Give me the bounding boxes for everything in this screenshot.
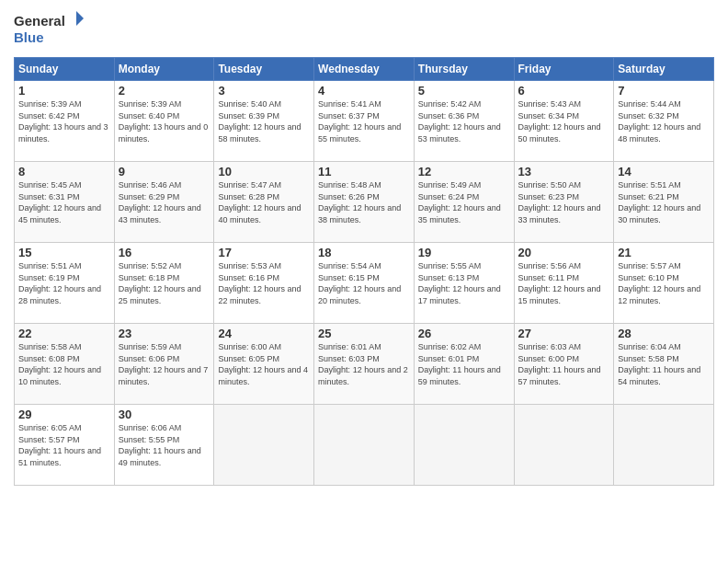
day-info: Sunrise: 6:02 AMSunset: 6:01 PMDaylight:… [418, 341, 510, 387]
day-info: Sunrise: 6:05 AMSunset: 5:57 PMDaylight:… [18, 422, 110, 468]
calendar-cell: 21Sunrise: 5:57 AMSunset: 6:10 PMDayligh… [614, 243, 714, 324]
day-info: Sunrise: 5:52 AMSunset: 6:18 PMDaylight:… [119, 260, 210, 306]
calendar-cell: 16Sunrise: 5:52 AMSunset: 6:18 PMDayligh… [114, 243, 214, 324]
col-header-tuesday: Tuesday [214, 58, 314, 81]
calendar-cell: 28Sunrise: 6:04 AMSunset: 5:58 PMDayligh… [614, 324, 714, 405]
calendar-cell: 6Sunrise: 5:43 AMSunset: 6:34 PMDaylight… [514, 81, 614, 162]
svg-marker-2 [76, 11, 84, 26]
day-number: 24 [218, 327, 310, 340]
day-number: 4 [318, 84, 410, 98]
calendar-cell: 25Sunrise: 6:01 AMSunset: 6:03 PMDayligh… [314, 324, 415, 405]
day-number: 15 [18, 246, 110, 259]
day-number: 14 [618, 165, 710, 178]
day-info: Sunrise: 5:56 AMSunset: 6:11 PMDaylight:… [518, 260, 610, 306]
day-number: 22 [18, 327, 110, 340]
calendar-cell: 8Sunrise: 5:45 AMSunset: 6:31 PMDaylight… [15, 162, 115, 243]
day-number: 26 [418, 327, 510, 340]
calendar-cell: 19Sunrise: 5:55 AMSunset: 6:13 PMDayligh… [414, 243, 514, 324]
calendar-cell: 9Sunrise: 5:46 AMSunset: 6:29 PMDaylight… [114, 162, 214, 243]
calendar-cell: 29Sunrise: 6:05 AMSunset: 5:57 PMDayligh… [15, 405, 115, 486]
calendar-cell: 7Sunrise: 5:44 AMSunset: 6:32 PMDaylight… [614, 81, 714, 162]
calendar-cell: 3Sunrise: 5:40 AMSunset: 6:39 PMDaylight… [214, 81, 314, 162]
day-number: 5 [418, 84, 510, 98]
day-number: 3 [218, 84, 310, 98]
logo-svg: General Blue [14, 9, 87, 50]
calendar-cell: 5Sunrise: 5:42 AMSunset: 6:36 PMDaylight… [414, 81, 514, 162]
day-info: Sunrise: 5:57 AMSunset: 6:10 PMDaylight:… [618, 260, 710, 306]
day-number: 20 [518, 246, 610, 259]
day-number: 1 [18, 84, 110, 98]
col-header-sunday: Sunday [15, 58, 115, 81]
day-info: Sunrise: 5:53 AMSunset: 6:16 PMDaylight:… [218, 260, 310, 306]
day-info: Sunrise: 6:04 AMSunset: 5:58 PMDaylight:… [618, 341, 710, 387]
day-info: Sunrise: 5:39 AMSunset: 6:40 PMDaylight:… [119, 98, 210, 144]
col-header-wednesday: Wednesday [314, 58, 415, 81]
day-number: 27 [518, 327, 610, 340]
week-row-5: 29Sunrise: 6:05 AMSunset: 5:57 PMDayligh… [15, 405, 714, 486]
day-info: Sunrise: 5:48 AMSunset: 6:26 PMDaylight:… [318, 179, 410, 225]
day-info: Sunrise: 5:49 AMSunset: 6:24 PMDaylight:… [418, 179, 510, 225]
day-number: 29 [18, 408, 110, 421]
calendar-cell: 22Sunrise: 5:58 AMSunset: 6:08 PMDayligh… [15, 324, 115, 405]
calendar-cell: 4Sunrise: 5:41 AMSunset: 6:37 PMDaylight… [314, 81, 415, 162]
day-info: Sunrise: 5:55 AMSunset: 6:13 PMDaylight:… [418, 260, 510, 306]
day-number: 18 [318, 246, 410, 259]
calendar-cell: 12Sunrise: 5:49 AMSunset: 6:24 PMDayligh… [414, 162, 514, 243]
calendar-cell [314, 405, 415, 486]
col-header-monday: Monday [114, 58, 214, 81]
calendar-cell [614, 405, 714, 486]
calendar-cell: 14Sunrise: 5:51 AMSunset: 6:21 PMDayligh… [614, 162, 714, 243]
calendar-cell [514, 405, 614, 486]
day-number: 23 [119, 327, 210, 340]
day-info: Sunrise: 5:41 AMSunset: 6:37 PMDaylight:… [318, 98, 410, 144]
svg-text:General: General [14, 13, 65, 29]
calendar-cell: 20Sunrise: 5:56 AMSunset: 6:11 PMDayligh… [514, 243, 614, 324]
calendar-cell: 13Sunrise: 5:50 AMSunset: 6:23 PMDayligh… [514, 162, 614, 243]
day-number: 30 [119, 408, 210, 421]
week-row-2: 8Sunrise: 5:45 AMSunset: 6:31 PMDaylight… [15, 162, 714, 243]
day-info: Sunrise: 5:46 AMSunset: 6:29 PMDaylight:… [119, 179, 210, 225]
col-header-thursday: Thursday [414, 58, 514, 81]
calendar-cell: 17Sunrise: 5:53 AMSunset: 6:16 PMDayligh… [214, 243, 314, 324]
page-header: General Blue [14, 9, 714, 50]
col-header-saturday: Saturday [614, 58, 714, 81]
week-row-4: 22Sunrise: 5:58 AMSunset: 6:08 PMDayligh… [15, 324, 714, 405]
calendar-cell: 18Sunrise: 5:54 AMSunset: 6:15 PMDayligh… [314, 243, 415, 324]
week-row-3: 15Sunrise: 5:51 AMSunset: 6:19 PMDayligh… [15, 243, 714, 324]
day-number: 16 [119, 246, 210, 259]
day-info: Sunrise: 5:43 AMSunset: 6:34 PMDaylight:… [518, 98, 610, 144]
calendar-cell: 15Sunrise: 5:51 AMSunset: 6:19 PMDayligh… [15, 243, 115, 324]
day-info: Sunrise: 5:50 AMSunset: 6:23 PMDaylight:… [518, 179, 610, 225]
day-info: Sunrise: 5:58 AMSunset: 6:08 PMDaylight:… [18, 341, 110, 387]
calendar-cell [414, 405, 514, 486]
day-info: Sunrise: 5:47 AMSunset: 6:28 PMDaylight:… [218, 179, 310, 225]
calendar-cell: 1Sunrise: 5:39 AMSunset: 6:42 PMDaylight… [15, 81, 115, 162]
week-row-1: 1Sunrise: 5:39 AMSunset: 6:42 PMDaylight… [15, 81, 714, 162]
day-number: 28 [618, 327, 710, 340]
logo: General Blue [14, 9, 87, 50]
day-info: Sunrise: 5:45 AMSunset: 6:31 PMDaylight:… [18, 179, 110, 225]
day-info: Sunrise: 6:00 AMSunset: 6:05 PMDaylight:… [218, 341, 310, 387]
day-info: Sunrise: 5:51 AMSunset: 6:19 PMDaylight:… [18, 260, 110, 306]
calendar-table: SundayMondayTuesdayWednesdayThursdayFrid… [14, 57, 714, 486]
day-info: Sunrise: 5:44 AMSunset: 6:32 PMDaylight:… [618, 98, 710, 144]
day-number: 21 [618, 246, 710, 259]
day-number: 7 [618, 84, 710, 98]
day-number: 2 [119, 84, 210, 98]
day-info: Sunrise: 6:06 AMSunset: 5:55 PMDaylight:… [119, 422, 210, 468]
calendar-cell: 10Sunrise: 5:47 AMSunset: 6:28 PMDayligh… [214, 162, 314, 243]
day-info: Sunrise: 5:42 AMSunset: 6:36 PMDaylight:… [418, 98, 510, 144]
calendar-cell: 26Sunrise: 6:02 AMSunset: 6:01 PMDayligh… [414, 324, 514, 405]
day-info: Sunrise: 5:51 AMSunset: 6:21 PMDaylight:… [618, 179, 710, 225]
calendar-cell: 27Sunrise: 6:03 AMSunset: 6:00 PMDayligh… [514, 324, 614, 405]
svg-text:Blue: Blue [14, 29, 44, 45]
day-info: Sunrise: 5:39 AMSunset: 6:42 PMDaylight:… [18, 98, 110, 144]
day-number: 13 [518, 165, 610, 178]
day-number: 9 [119, 165, 210, 178]
calendar-cell: 2Sunrise: 5:39 AMSunset: 6:40 PMDaylight… [114, 81, 214, 162]
day-number: 19 [418, 246, 510, 259]
day-number: 11 [318, 165, 410, 178]
day-info: Sunrise: 6:01 AMSunset: 6:03 PMDaylight:… [318, 341, 410, 387]
day-info: Sunrise: 5:59 AMSunset: 6:06 PMDaylight:… [119, 341, 210, 387]
calendar-cell: 30Sunrise: 6:06 AMSunset: 5:55 PMDayligh… [114, 405, 214, 486]
